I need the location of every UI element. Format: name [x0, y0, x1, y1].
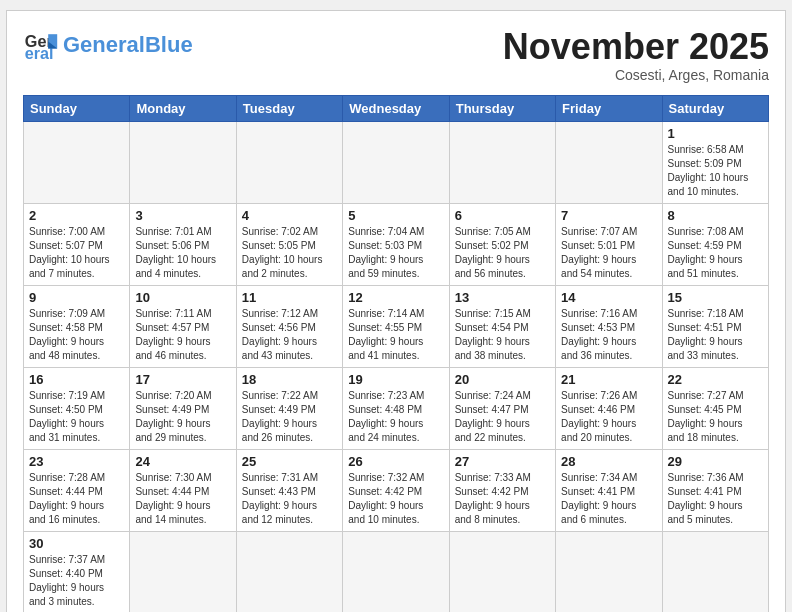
- day-info: Sunrise: 7:00 AM Sunset: 5:07 PM Dayligh…: [29, 225, 124, 281]
- calendar-day-cell: 18Sunrise: 7:22 AM Sunset: 4:49 PM Dayli…: [236, 367, 342, 449]
- day-number: 26: [348, 454, 443, 469]
- day-info: Sunrise: 7:24 AM Sunset: 4:47 PM Dayligh…: [455, 389, 550, 445]
- day-info: Sunrise: 7:07 AM Sunset: 5:01 PM Dayligh…: [561, 225, 656, 281]
- day-info: Sunrise: 7:36 AM Sunset: 4:41 PM Dayligh…: [668, 471, 763, 527]
- day-info: Sunrise: 7:15 AM Sunset: 4:54 PM Dayligh…: [455, 307, 550, 363]
- day-info: Sunrise: 7:37 AM Sunset: 4:40 PM Dayligh…: [29, 553, 124, 609]
- logo-icon: Gen eral: [23, 27, 59, 63]
- calendar-day-cell: 22Sunrise: 7:27 AM Sunset: 4:45 PM Dayli…: [662, 367, 768, 449]
- day-of-week-header: Sunday: [24, 95, 130, 121]
- calendar-day-cell: 23Sunrise: 7:28 AM Sunset: 4:44 PM Dayli…: [24, 449, 130, 531]
- calendar-day-cell: 17Sunrise: 7:20 AM Sunset: 4:49 PM Dayli…: [130, 367, 236, 449]
- calendar-week-row: 1Sunrise: 6:58 AM Sunset: 5:09 PM Daylig…: [24, 121, 769, 203]
- title-block: November 2025 Cosesti, Arges, Romania: [503, 27, 769, 83]
- calendar-day-cell: [236, 121, 342, 203]
- day-number: 30: [29, 536, 124, 551]
- logo: Gen eral GeneralBlue: [23, 27, 193, 63]
- calendar-day-cell: [343, 121, 449, 203]
- day-of-week-header: Saturday: [662, 95, 768, 121]
- day-info: Sunrise: 7:32 AM Sunset: 4:42 PM Dayligh…: [348, 471, 443, 527]
- day-info: Sunrise: 7:09 AM Sunset: 4:58 PM Dayligh…: [29, 307, 124, 363]
- day-info: Sunrise: 7:08 AM Sunset: 4:59 PM Dayligh…: [668, 225, 763, 281]
- day-number: 2: [29, 208, 124, 223]
- calendar-day-cell: 3Sunrise: 7:01 AM Sunset: 5:06 PM Daylig…: [130, 203, 236, 285]
- day-info: Sunrise: 7:11 AM Sunset: 4:57 PM Dayligh…: [135, 307, 230, 363]
- day-of-week-header: Wednesday: [343, 95, 449, 121]
- calendar-day-cell: 12Sunrise: 7:14 AM Sunset: 4:55 PM Dayli…: [343, 285, 449, 367]
- calendar-day-cell: 1Sunrise: 6:58 AM Sunset: 5:09 PM Daylig…: [662, 121, 768, 203]
- day-number: 9: [29, 290, 124, 305]
- calendar-day-cell: 15Sunrise: 7:18 AM Sunset: 4:51 PM Dayli…: [662, 285, 768, 367]
- day-number: 13: [455, 290, 550, 305]
- day-info: Sunrise: 7:05 AM Sunset: 5:02 PM Dayligh…: [455, 225, 550, 281]
- calendar-day-cell: 26Sunrise: 7:32 AM Sunset: 4:42 PM Dayli…: [343, 449, 449, 531]
- day-number: 29: [668, 454, 763, 469]
- calendar-day-cell: 28Sunrise: 7:34 AM Sunset: 4:41 PM Dayli…: [556, 449, 662, 531]
- calendar-day-cell: 25Sunrise: 7:31 AM Sunset: 4:43 PM Dayli…: [236, 449, 342, 531]
- calendar-header: Gen eral GeneralBlue November 2025 Coses…: [23, 27, 769, 83]
- calendar-day-cell: [662, 531, 768, 612]
- calendar-day-cell: 13Sunrise: 7:15 AM Sunset: 4:54 PM Dayli…: [449, 285, 555, 367]
- day-info: Sunrise: 7:02 AM Sunset: 5:05 PM Dayligh…: [242, 225, 337, 281]
- calendar-day-cell: 11Sunrise: 7:12 AM Sunset: 4:56 PM Dayli…: [236, 285, 342, 367]
- calendar-day-cell: [556, 531, 662, 612]
- calendar-day-cell: 16Sunrise: 7:19 AM Sunset: 4:50 PM Dayli…: [24, 367, 130, 449]
- calendar-day-cell: 5Sunrise: 7:04 AM Sunset: 5:03 PM Daylig…: [343, 203, 449, 285]
- day-info: Sunrise: 7:23 AM Sunset: 4:48 PM Dayligh…: [348, 389, 443, 445]
- day-info: Sunrise: 7:33 AM Sunset: 4:42 PM Dayligh…: [455, 471, 550, 527]
- day-number: 16: [29, 372, 124, 387]
- calendar-week-row: 23Sunrise: 7:28 AM Sunset: 4:44 PM Dayli…: [24, 449, 769, 531]
- day-of-week-header: Tuesday: [236, 95, 342, 121]
- logo-text: GeneralBlue: [63, 34, 193, 56]
- calendar-day-cell: [236, 531, 342, 612]
- day-info: Sunrise: 7:22 AM Sunset: 4:49 PM Dayligh…: [242, 389, 337, 445]
- day-info: Sunrise: 7:04 AM Sunset: 5:03 PM Dayligh…: [348, 225, 443, 281]
- day-number: 20: [455, 372, 550, 387]
- day-number: 1: [668, 126, 763, 141]
- location-subtitle: Cosesti, Arges, Romania: [503, 67, 769, 83]
- calendar-day-cell: 14Sunrise: 7:16 AM Sunset: 4:53 PM Dayli…: [556, 285, 662, 367]
- day-number: 12: [348, 290, 443, 305]
- day-info: Sunrise: 7:28 AM Sunset: 4:44 PM Dayligh…: [29, 471, 124, 527]
- calendar-day-cell: [556, 121, 662, 203]
- calendar-day-cell: 7Sunrise: 7:07 AM Sunset: 5:01 PM Daylig…: [556, 203, 662, 285]
- day-number: 8: [668, 208, 763, 223]
- day-number: 14: [561, 290, 656, 305]
- day-number: 23: [29, 454, 124, 469]
- calendar-day-cell: 9Sunrise: 7:09 AM Sunset: 4:58 PM Daylig…: [24, 285, 130, 367]
- calendar-day-cell: 8Sunrise: 7:08 AM Sunset: 4:59 PM Daylig…: [662, 203, 768, 285]
- calendar-day-cell: [24, 121, 130, 203]
- day-info: Sunrise: 7:34 AM Sunset: 4:41 PM Dayligh…: [561, 471, 656, 527]
- day-info: Sunrise: 7:12 AM Sunset: 4:56 PM Dayligh…: [242, 307, 337, 363]
- calendar-day-cell: 24Sunrise: 7:30 AM Sunset: 4:44 PM Dayli…: [130, 449, 236, 531]
- calendar-day-cell: 19Sunrise: 7:23 AM Sunset: 4:48 PM Dayli…: [343, 367, 449, 449]
- calendar-day-cell: [130, 121, 236, 203]
- calendar-container: Gen eral GeneralBlue November 2025 Coses…: [6, 10, 786, 612]
- day-info: Sunrise: 7:27 AM Sunset: 4:45 PM Dayligh…: [668, 389, 763, 445]
- day-number: 24: [135, 454, 230, 469]
- day-info: Sunrise: 7:01 AM Sunset: 5:06 PM Dayligh…: [135, 225, 230, 281]
- day-info: Sunrise: 7:14 AM Sunset: 4:55 PM Dayligh…: [348, 307, 443, 363]
- calendar-day-cell: 2Sunrise: 7:00 AM Sunset: 5:07 PM Daylig…: [24, 203, 130, 285]
- day-info: Sunrise: 7:16 AM Sunset: 4:53 PM Dayligh…: [561, 307, 656, 363]
- calendar-day-cell: [343, 531, 449, 612]
- calendar-week-row: 16Sunrise: 7:19 AM Sunset: 4:50 PM Dayli…: [24, 367, 769, 449]
- day-of-week-header: Friday: [556, 95, 662, 121]
- calendar-day-cell: 27Sunrise: 7:33 AM Sunset: 4:42 PM Dayli…: [449, 449, 555, 531]
- day-number: 6: [455, 208, 550, 223]
- day-number: 3: [135, 208, 230, 223]
- day-number: 21: [561, 372, 656, 387]
- calendar-table: SundayMondayTuesdayWednesdayThursdayFrid…: [23, 95, 769, 612]
- calendar-day-cell: [449, 121, 555, 203]
- day-number: 17: [135, 372, 230, 387]
- day-number: 27: [455, 454, 550, 469]
- day-info: Sunrise: 7:26 AM Sunset: 4:46 PM Dayligh…: [561, 389, 656, 445]
- calendar-day-cell: 6Sunrise: 7:05 AM Sunset: 5:02 PM Daylig…: [449, 203, 555, 285]
- day-number: 28: [561, 454, 656, 469]
- logo-blue-text: Blue: [145, 32, 193, 57]
- day-info: Sunrise: 7:19 AM Sunset: 4:50 PM Dayligh…: [29, 389, 124, 445]
- logo-general-text: General: [63, 32, 145, 57]
- calendar-day-cell: 21Sunrise: 7:26 AM Sunset: 4:46 PM Dayli…: [556, 367, 662, 449]
- calendar-day-cell: 4Sunrise: 7:02 AM Sunset: 5:05 PM Daylig…: [236, 203, 342, 285]
- calendar-day-cell: [449, 531, 555, 612]
